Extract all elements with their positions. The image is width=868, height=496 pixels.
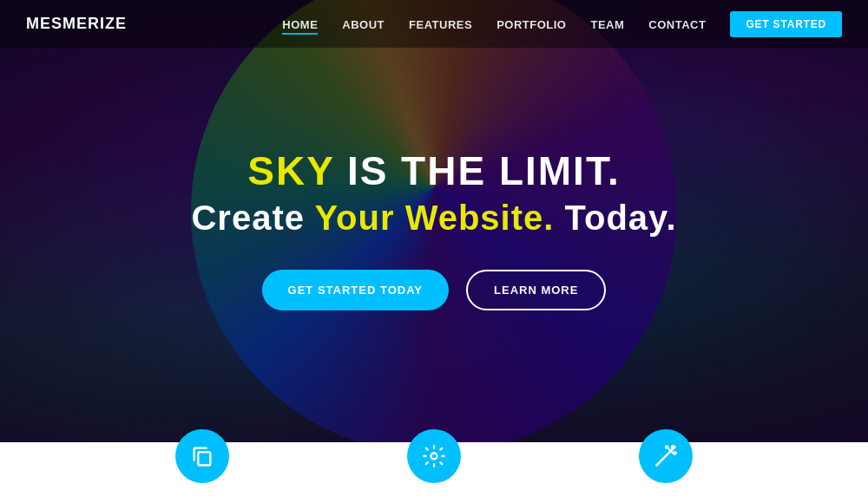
feature-icon-wand[interactable]: [639, 429, 693, 483]
hero-title-line2: Create Your Website. Today.: [191, 197, 676, 238]
svg-point-7: [666, 446, 667, 447]
hero-today-text: Today.: [565, 199, 677, 237]
learn-more-button[interactable]: LEARN MORE: [466, 270, 606, 310]
navbar: MESMERIZE HOME ABOUT FEATURES PORTFOLIO …: [0, 0, 868, 48]
nav-item-portfolio[interactable]: PORTFOLIO: [496, 16, 566, 32]
copy-icon: [190, 444, 214, 468]
nav-item-contact[interactable]: CONTACT: [648, 16, 706, 32]
nav-cta[interactable]: GET STARTED: [730, 11, 842, 37]
nav-item-home[interactable]: HOME: [282, 16, 318, 32]
hero-title-suffix1: IS THE LIMIT.: [347, 148, 621, 193]
svg-point-1: [431, 453, 437, 459]
nav-link-team[interactable]: TEAM: [590, 18, 624, 31]
svg-line-2: [656, 451, 670, 465]
hero-create-text: Create: [191, 199, 314, 237]
brand-logo: MESMERIZE: [26, 15, 127, 33]
feature-icon-copy[interactable]: [175, 429, 229, 483]
nav-link-about[interactable]: ABOUT: [342, 18, 385, 31]
hero-highlight-text: Your Website.: [314, 199, 554, 237]
nav-link-features[interactable]: FEATURES: [409, 18, 472, 31]
nav-get-started-button[interactable]: GET STARTED: [730, 11, 842, 37]
features-row: [0, 442, 868, 496]
nav-link-portfolio[interactable]: PORTFOLIO: [496, 18, 566, 31]
nav-link-contact[interactable]: CONTACT: [648, 18, 706, 31]
gear-icon: [422, 444, 446, 468]
hero-buttons: GET STARTED TODAY LEARN MORE: [191, 270, 676, 310]
svg-rect-0: [199, 452, 211, 465]
hero-section: SKY IS THE LIMIT. Create Your Website. T…: [0, 0, 868, 442]
svg-point-5: [671, 446, 674, 448]
nav-link-home[interactable]: HOME: [282, 18, 318, 35]
wand-icon: [654, 444, 678, 468]
hero-sky-text: SKY: [247, 148, 334, 193]
nav-menu: HOME ABOUT FEATURES PORTFOLIO TEAM CONTA…: [282, 11, 842, 37]
get-started-today-button[interactable]: GET STARTED TODAY: [262, 270, 449, 310]
hero-title-line1: SKY IS THE LIMIT.: [191, 149, 676, 193]
svg-point-6: [674, 452, 675, 454]
nav-item-team[interactable]: TEAM: [590, 16, 624, 32]
hero-content: SKY IS THE LIMIT. Create Your Website. T…: [191, 149, 676, 310]
feature-icon-gear[interactable]: [407, 429, 461, 483]
nav-item-about[interactable]: ABOUT: [342, 16, 385, 32]
nav-item-features[interactable]: FEATURES: [409, 16, 472, 32]
